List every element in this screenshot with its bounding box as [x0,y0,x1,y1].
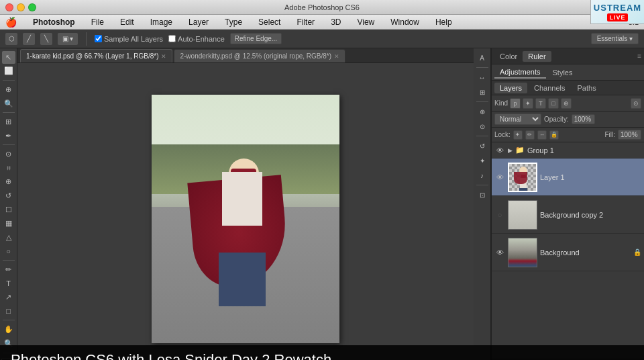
menu-view[interactable]: View [354,16,377,28]
tool-gradient[interactable]: ▦ [2,217,15,230]
tool-history-brush[interactable]: ↺ [2,189,15,202]
background-visibility-eye[interactable]: 👁 [494,247,505,258]
layer-row-background[interactable]: 👁 Background 🔒 [492,234,644,271]
menu-image[interactable]: Image [148,16,175,28]
refine-edge-button[interactable]: Refine Edge... [230,33,282,44]
tab-wonderkitty[interactable]: 2-wonderkitty.psd @ 12.5% (original rope… [174,49,345,62]
tool-lasso[interactable]: ⊕ [2,83,15,96]
menu-select[interactable]: Select [256,16,283,28]
photo-background [152,95,339,343]
sec-tool-7[interactable]: ✦ [476,154,489,167]
apple-menu[interactable]: 🍎 [5,17,17,28]
filter-icon-pixel[interactable]: p [510,98,521,109]
tool-eyedropper[interactable]: ✒ [2,130,15,142]
tab-adjustments[interactable]: Adjustments [494,66,546,79]
filter-icon-text[interactable]: T [535,98,546,109]
lock-all[interactable]: 🔒 [549,130,559,140]
lock-transparent-pixels[interactable]: ✦ [513,130,523,140]
sec-tool-5[interactable]: ⊙ [476,120,489,133]
tool-text[interactable]: T [2,277,15,290]
layer-row-bgcopy2[interactable]: ○ Background copy 2 [492,196,644,234]
layer1-visibility-eye[interactable]: 👁 [494,172,505,183]
auto-enhance-checkbox[interactable] [168,35,176,42]
layers-tab-paths[interactable]: Paths [572,83,602,93]
close-button[interactable] [5,3,13,11]
sec-tool-6[interactable]: ↺ [476,139,489,152]
tool-eraser[interactable]: ☐ [2,204,15,216]
options-toolbar: ⬡ ╱ ╲ ▣ ▾ Sample All Layers Auto-Enhance… [0,30,644,48]
folder-icon: 📁 [515,146,525,154]
maximize-button[interactable] [28,3,36,11]
group-visibility-eye[interactable]: 👁 [494,145,505,156]
auto-enhance-option[interactable]: Auto-Enhance [168,35,225,43]
sec-tool-2[interactable]: ↔ [476,71,489,84]
filter-icon-adjust[interactable]: ✦ [523,98,533,109]
menu-3d[interactable]: 3D [328,16,343,28]
tab-karate-kid[interactable]: 1-karate kid.psd @ 66.7% (Layer 1, RGB/8… [20,49,172,62]
tool-size[interactable]: ▣ ▾ [58,33,78,45]
bgcopy2-thumbnail [508,200,537,230]
essentials-button[interactable]: Essentials ▾ [591,33,639,44]
panel-tab-ruler[interactable]: Ruler [523,51,551,62]
filter-icon-smart[interactable]: ⊕ [561,98,572,109]
sec-tool-3[interactable]: ⊞ [476,85,489,99]
tool-shape[interactable]: □ [2,305,15,318]
quick-select-tool-icon[interactable]: ⬡ [5,33,17,45]
menu-type[interactable]: Type [222,16,245,28]
lock-position[interactable]: ↔ [537,130,547,140]
layer-row-layer1[interactable]: 👁 Layer 1 [492,159,644,196]
menu-file[interactable]: File [89,16,107,28]
tab-close-2[interactable]: ✕ [334,53,339,60]
tool-option-2[interactable]: ╲ [40,33,52,45]
blend-mode-select[interactable]: Normal [494,114,541,125]
secondary-tools: A ↔ ⊞ ⊕ ⊙ ↺ ✦ ♪ ⊡ [474,48,491,360]
tab-styles[interactable]: Styles [547,67,578,78]
opacity-label: Opacity: [544,116,569,123]
canvas-viewport[interactable] [17,63,474,360]
menu-help[interactable]: Help [433,16,455,28]
tool-blur[interactable]: △ [2,231,15,244]
sec-tool-4[interactable]: ⊕ [476,105,489,118]
tool-move[interactable]: ↖ [2,51,15,64]
tool-hand[interactable]: ✋ [2,323,15,336]
photo-subject [205,159,286,306]
tool-select-rect[interactable]: ⬜ [2,65,15,78]
separator [3,80,15,81]
tool-dodge[interactable]: ○ [2,245,15,258]
filter-toggle[interactable]: ⊙ [631,98,641,109]
sample-all-layers-option[interactable]: Sample All Layers [95,35,163,43]
layers-tab-channels[interactable]: Channels [529,83,570,93]
tab-close-1[interactable]: ✕ [161,53,166,60]
sec-tool-8[interactable]: ♪ [476,169,489,182]
adjustments-bar: Adjustments Styles [492,64,644,81]
layers-tab-layers[interactable]: Layers [494,83,527,93]
menu-window[interactable]: Window [388,16,422,28]
menu-edit[interactable]: Edit [117,16,137,28]
tool-pen[interactable]: ✏ [2,263,15,276]
ustream-live: LIVE [607,13,627,21]
menu-layer[interactable]: Layer [186,16,211,28]
opacity-input[interactable] [572,114,595,124]
tool-clone[interactable]: ⊕ [2,176,15,189]
tool-crop[interactable]: ⊞ [2,116,15,128]
tool-brush[interactable]: ⌗ [2,162,15,175]
layers-filter: Kind p ✦ T □ ⊕ ⊙ [492,95,644,111]
menu-app-name[interactable]: Photoshop [30,16,78,28]
sec-tool-1[interactable]: A [476,51,489,64]
tool-heal[interactable]: ⊙ [2,148,15,161]
filter-icon-shape[interactable]: □ [548,98,559,109]
panel-tab-color[interactable]: Color [494,51,523,62]
tool-quick-select[interactable]: 🔍 [2,97,15,110]
panel-collapse-button[interactable]: ≡ [637,52,641,60]
sec-tool-9[interactable]: ⊡ [476,188,489,201]
group-expand-arrow[interactable]: ▶ [508,147,513,154]
minimize-button[interactable] [17,3,25,11]
sample-all-layers-checkbox[interactable] [95,35,102,42]
bgcopy2-visibility-eye[interactable]: ○ [494,210,505,220]
tool-path-select[interactable]: ↗ [2,291,15,304]
lock-image-pixels[interactable]: ✏ [525,130,535,140]
fill-input[interactable] [618,130,641,140]
tool-option-1[interactable]: ╱ [23,33,35,45]
menu-filter[interactable]: Filter [294,16,317,28]
layer-group-1[interactable]: 👁 ▶ 📁 Group 1 [492,142,644,159]
